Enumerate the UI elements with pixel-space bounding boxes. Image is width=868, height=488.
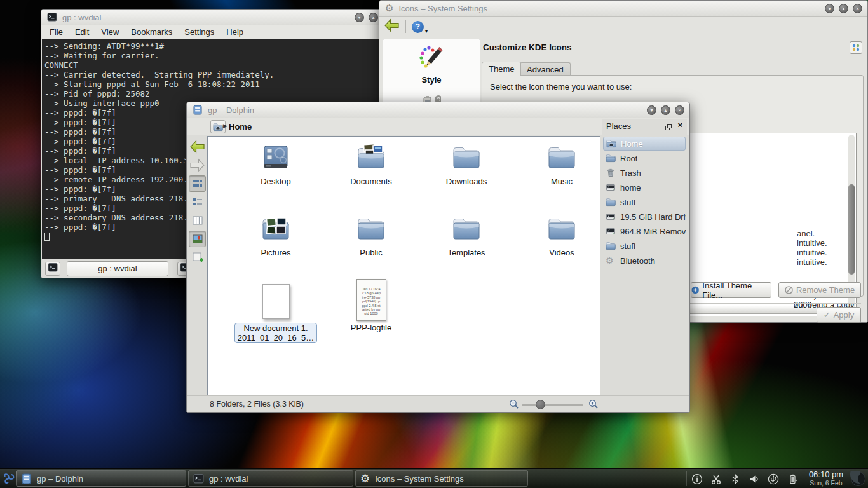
places-item-stuff[interactable]: stuff [603,195,686,209]
places-item-home[interactable]: home [603,180,686,194]
scrollbar-handle[interactable] [848,184,855,274]
folder-view[interactable]: DesktopDocumentsDownloadsMusicPicturesPu… [207,136,600,398]
style-icon[interactable] [417,44,446,74]
menu-item-bookmarks[interactable]: Bookmarks [131,27,172,37]
folder-icon [422,142,511,175]
chevron-down-icon: ▾ [425,29,428,34]
icons-view-button[interactable] [189,175,206,192]
sidebar-item-style[interactable]: Style [383,75,480,85]
bluetooth-icon[interactable] [729,473,741,485]
menu-item-file[interactable]: File [50,27,63,37]
file-item[interactable]: New document 1.2011_01_20_16_5… [231,279,320,343]
usb-device-icon[interactable] [768,473,779,485]
app-launcher-icon[interactable] [1,471,17,488]
trash-icon [606,168,616,178]
tab-theme[interactable]: Theme [482,62,521,76]
system-settings-toolbar: ? ▾ [379,17,867,37]
places-item-home[interactable]: Home [603,137,686,151]
dolphin-titlebar[interactable]: gp – Dolphin ▾ ▴ × [187,102,689,118]
tab-advanced[interactable]: Advanced [520,62,571,76]
folder-item[interactable]: Downloads [422,142,511,186]
close-panel-icon[interactable]: × [677,120,682,130]
float-panel-icon[interactable] [665,123,672,132]
split-view-button[interactable] [189,249,206,266]
item-label: Documents [327,177,416,186]
panel-toolbox-icon[interactable] [850,471,866,488]
folder-item[interactable]: Desktop [231,142,320,186]
zoom-out-icon[interactable] [509,399,519,412]
folder-icon [517,213,606,246]
menu-item-settings[interactable]: Settings [184,27,214,37]
klipper-icon[interactable] [710,473,722,485]
status-text: 8 Folders, 2 Files (3.3 KiB) [210,400,304,409]
minimize-icon[interactable]: ▾ [825,4,834,13]
menu-item-help[interactable]: Help [226,27,243,37]
terminal-line: --> Waiting for carrier. [44,51,380,60]
zoom-slider-handle[interactable] [536,400,545,409]
folder-item[interactable]: Documents [327,142,416,186]
page-title: Customize KDE Icons [483,43,572,52]
maximize-icon[interactable]: ▴ [661,105,670,115]
drive-icon [606,226,616,236]
forward-button[interactable] [189,157,206,173]
apply-button[interactable]: ✓ Apply [817,307,861,323]
new-tab-button[interactable] [45,262,60,276]
list-item-fragment: intuitive. [797,257,827,267]
details-view-button[interactable] [189,194,206,210]
places-panel: Places × HomeRootTrashhomestuff19.5 GiB … [602,119,687,395]
close-icon[interactable]: × [853,4,862,13]
places-item-964-8-mib-remov-[interactable]: 964.8 MiB Remov… [603,224,686,238]
back-button[interactable] [189,139,206,155]
places-item-root[interactable]: Root [603,151,686,165]
zoom-in-icon[interactable] [588,399,599,412]
folder-item[interactable]: Music [517,142,606,186]
close-icon[interactable]: × [675,105,684,115]
places-item-bluetooth[interactable]: ⚙Bluetooth [603,254,686,268]
maximize-icon[interactable]: ▴ [839,4,848,13]
dolphin-side-toolbar [188,137,207,395]
terminal-titlebar[interactable]: gp : wvdial ▾ ▴ [41,10,383,25]
item-label: PPP-logfile [327,323,416,332]
task-button-3[interactable]: ⚙Icons – System Settings [355,470,528,487]
folder-item[interactable]: Public [327,213,416,257]
install-theme-button[interactable]: Install Theme File... [691,282,771,298]
terminal-cursor [44,233,50,241]
places-item-stuff[interactable]: stuff [603,239,686,253]
breadcrumb[interactable]: Home [229,122,252,132]
dolphin-window: gp – Dolphin ▾ ▴ × ▶ Home DesktopDocumen… [186,102,690,413]
folder-item[interactable]: Videos [517,213,606,257]
info-icon[interactable] [691,473,703,485]
help-icon[interactable]: ? [412,21,424,33]
places-item-19-5-gib-hard-drive[interactable]: 19.5 GiB Hard Drive [603,210,686,224]
folder-pics-icon [231,213,320,246]
volume-icon[interactable] [749,473,760,485]
terminal-tab[interactable]: gp : wvdial [67,261,168,276]
system-settings-titlebar[interactable]: ⚙ Icons – System Settings ▾ ▴ × [379,1,867,17]
remove-theme-button[interactable]: Remove Theme [778,282,861,298]
maximize-icon[interactable]: ▴ [369,13,378,22]
terminal-line: --> Starting pppd at Sun Feb 6 18:08:22 … [44,79,380,89]
minimize-icon[interactable]: ▾ [355,13,364,22]
battery-icon[interactable] [787,473,798,485]
places-item-trash[interactable]: Trash [603,166,686,180]
folder-item[interactable]: Templates [422,213,511,257]
zoom-slider-track[interactable] [522,404,583,406]
list-item-fragment: anel. [797,229,815,238]
folder-item[interactable]: Pictures [231,213,320,257]
minimize-icon[interactable]: ▾ [647,105,656,115]
task-button-1[interactable]: gp – Dolphin [16,470,186,487]
overview-icon[interactable] [850,41,862,54]
columns-view-button[interactable] [189,212,206,229]
terminal-icon [193,473,204,484]
tray-separator [686,471,687,486]
menu-item-view[interactable]: View [101,27,119,37]
task-button-2[interactable]: gp : wvdial [188,470,353,487]
file-item[interactable]: Jan 17 09:47:18 gp-Aspire-5738 pppd[1946… [327,279,416,332]
back-button[interactable] [384,18,400,35]
menu-item-edit[interactable]: Edit [75,27,89,37]
item-label: Pictures [231,248,320,257]
clock[interactable]: 06:10 pm Sun, 6 Feb [804,470,848,487]
item-label: Videos [517,248,606,257]
folder-icon [606,153,616,163]
preview-button[interactable] [189,231,206,247]
